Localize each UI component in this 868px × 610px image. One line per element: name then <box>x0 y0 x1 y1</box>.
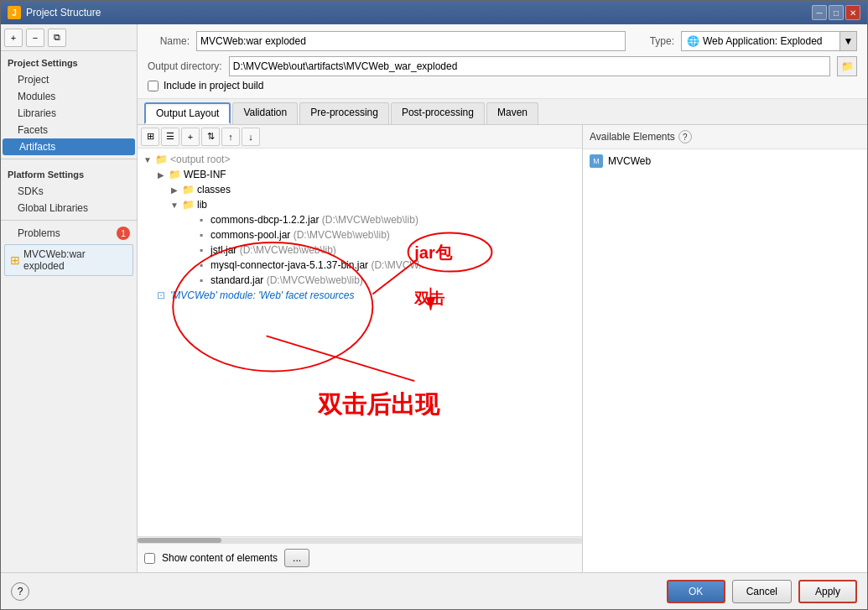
cancel-button[interactable]: Cancel <box>732 580 792 603</box>
sidebar-item-artifacts[interactable]: Artifacts <box>3 138 135 155</box>
sidebar: + − ⧉ Project Settings Project Modules L… <box>1 24 138 572</box>
folder-icon-output-root: 📁 <box>154 153 168 166</box>
footer: ? OK Cancel Apply <box>1 572 867 609</box>
arrow-webinf: ▶ <box>154 170 168 180</box>
module-icon: M <box>590 154 603 168</box>
titlebar: J Project Structure ─ □ ✕ <box>1 1 867 24</box>
tab-validation[interactable]: Validation <box>232 102 298 124</box>
problems-badge: 1 <box>117 227 130 240</box>
arrow-classes: ▶ <box>168 185 181 195</box>
add-button[interactable]: + <box>4 29 23 47</box>
show-content-label: Show content of elements <box>162 552 278 564</box>
move-down-button[interactable]: ↓ <box>242 128 260 146</box>
tab-post-processing[interactable]: Post-processing <box>391 102 485 124</box>
include-label: Include in project build <box>164 80 263 91</box>
name-row: Name: Type: 🌐 Web Application: Exploded … <box>148 31 857 51</box>
scrollbar-thumb[interactable] <box>138 538 221 543</box>
tab-pre-processing[interactable]: Pre-processing <box>299 102 389 124</box>
sidebar-divider <box>1 159 137 159</box>
main-content-wrapper: Name: Type: 🌐 Web Application: Exploded … <box>138 24 867 572</box>
copy-button[interactable]: ⧉ <box>48 29 66 47</box>
sidebar-item-libraries[interactable]: Libraries <box>1 105 137 122</box>
sidebar-item-problems[interactable]: Problems 1 <box>1 224 137 242</box>
type-dropdown-text: 🌐 Web Application: Exploded <box>682 35 839 47</box>
titlebar-left: J Project Structure <box>8 6 101 19</box>
label-standard: standard.jar (D:\MVCWeb\web\lib) <box>211 274 363 286</box>
sort-button[interactable]: ⇅ <box>201 128 220 146</box>
svg-line-7 <box>267 336 415 381</box>
available-panel: Available Elements ? M MVCWeb <box>582 125 867 572</box>
available-content[interactable]: M MVCWeb <box>583 149 867 572</box>
tree-item-classes[interactable]: ▶ 📁 classes <box>138 182 582 197</box>
tree-item-jstl[interactable]: ▪ jstl.jar (D:\MVCWeb\web\lib) <box>138 242 582 258</box>
tree-item-standard[interactable]: ▪ standard.jar (D:\MVCWeb\web\lib) <box>138 273 582 288</box>
show-content-row: Show content of elements ... <box>138 543 582 572</box>
type-dropdown[interactable]: 🌐 Web Application: Exploded ▼ <box>681 31 857 51</box>
tree-item-webinf[interactable]: ▶ 📁 WEB-INF <box>138 167 582 182</box>
platform-settings-header: Platform Settings <box>1 163 137 183</box>
arrow-lib: ▼ <box>168 201 181 210</box>
apply-button[interactable]: Apply <box>798 580 857 603</box>
tree-panel: ⊞ ☰ + ⇅ ↑ ↓ ▼ <box>138 125 582 572</box>
tree-item-mysql-connector[interactable]: ▪ mysql-connector-java-5.1.37-bin.jar (D… <box>138 258 582 273</box>
type-label: Type: <box>632 35 674 47</box>
tree-item-commons-pool[interactable]: ▪ commons-pool.jar (D:\MVCWeb\web\lib) <box>138 227 582 242</box>
sidebar-item-project[interactable]: Project <box>1 71 137 88</box>
include-row: Include in project build <box>148 80 857 91</box>
label-mysql-connector: mysql-connector-java-5.1.37-bin.jar (D:\… <box>211 259 427 271</box>
name-input[interactable] <box>196 31 626 51</box>
folder-icon-webinf: 📁 <box>168 168 181 181</box>
content-area: + − ⧉ Project Settings Project Modules L… <box>1 24 867 572</box>
show-content-checkbox[interactable] <box>144 553 155 564</box>
output-directory-input[interactable] <box>229 56 830 76</box>
maximize-button[interactable]: □ <box>829 5 844 20</box>
include-checkbox[interactable] <box>148 81 159 91</box>
tree-content[interactable]: ▼ 📁 <output root> ▶ 📁 WEB-INF <box>138 149 582 536</box>
module-web-icon: ⊡ <box>154 289 168 302</box>
list-view-button[interactable]: ☰ <box>161 128 179 146</box>
file-icon-commons-dbcp: ▪ <box>195 213 208 227</box>
output-row: Output directory: 📁 <box>148 56 857 76</box>
tree-item-lib[interactable]: ▼ 📁 lib <box>138 197 582 212</box>
close-button[interactable]: ✕ <box>845 5 860 20</box>
available-help-icon[interactable]: ? <box>678 130 692 143</box>
label-classes: classes <box>197 184 231 196</box>
tree-item-output-root[interactable]: ▼ 📁 <output root> <box>138 152 582 167</box>
remove-button[interactable]: − <box>26 29 44 47</box>
grid-view-button[interactable]: ⊞ <box>141 128 159 146</box>
app-icon: J <box>8 6 21 19</box>
ok-button[interactable]: OK <box>667 580 725 603</box>
minimize-button[interactable]: ─ <box>812 5 827 20</box>
sidebar-toolbar: + − ⧉ <box>1 24 137 51</box>
type-dropdown-arrow[interactable]: ▼ <box>839 32 856 50</box>
label-webinf: WEB-INF <box>184 169 226 180</box>
label-module-web: 'MVCWeb' module: 'Web' facet resources <box>170 289 354 301</box>
folder-icon-classes: 📁 <box>181 183 195 196</box>
sidebar-item-modules[interactable]: Modules <box>1 88 137 105</box>
window-title: Project Structure <box>26 7 101 18</box>
artifact-list-item[interactable]: ⊞ MVCWeb:war exploded <box>4 244 133 276</box>
project-settings-header: Project Settings <box>1 51 137 71</box>
horizontal-scrollbar[interactable] <box>138 536 582 543</box>
available-item-mvcweb[interactable]: M MVCWeb <box>583 153 867 169</box>
show-content-more-button[interactable]: ... <box>284 549 309 567</box>
tree-item-commons-dbcp[interactable]: ▪ commons-dbcp-1.2.2.jar (D:\MVCWeb\web\… <box>138 212 582 227</box>
output-folder-button[interactable]: 📁 <box>837 56 857 76</box>
sidebar-item-facets[interactable]: Facets <box>1 122 137 138</box>
move-up-button[interactable]: ↑ <box>221 128 240 146</box>
help-button[interactable]: ? <box>11 582 29 601</box>
label-commons-pool: commons-pool.jar (D:\MVCWeb\web\lib) <box>211 229 390 241</box>
label-commons-dbcp: commons-dbcp-1.2.2.jar (D:\MVCWeb\web\li… <box>211 214 418 226</box>
sidebar-item-global-libraries[interactable]: Global Libraries <box>1 200 137 216</box>
available-elements-header: Available Elements ? <box>583 125 867 149</box>
tabs-bar: Output Layout Validation Pre-processing … <box>138 99 867 125</box>
sidebar-item-sdks[interactable]: SDKs <box>1 183 137 200</box>
name-label: Name: <box>148 35 190 47</box>
tab-output-layout[interactable]: Output Layout <box>144 102 231 124</box>
output-label: Output directory: <box>148 60 222 72</box>
file-icon-jstl: ▪ <box>195 243 208 257</box>
tab-maven[interactable]: Maven <box>486 102 538 124</box>
add-element-button[interactable]: + <box>181 128 200 146</box>
tree-item-module-web[interactable]: ⊡ 'MVCWeb' module: 'Web' facet resources <box>138 288 582 303</box>
label-output-root: <output root> <box>170 154 230 165</box>
